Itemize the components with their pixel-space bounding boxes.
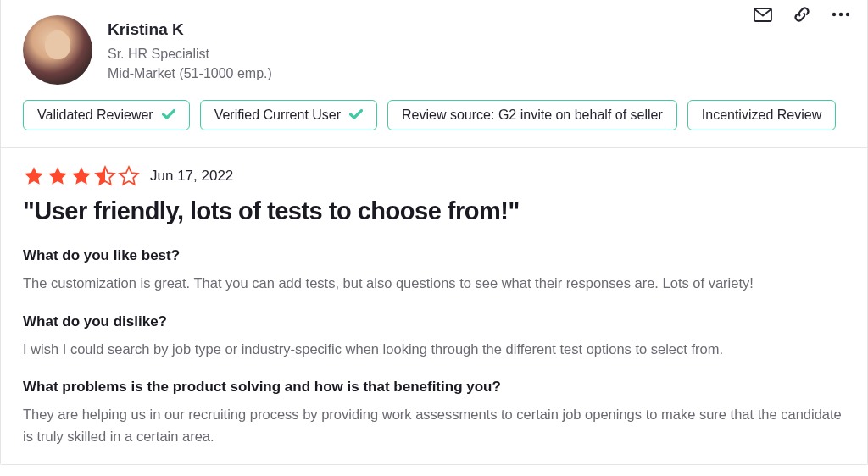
star-rating — [23, 165, 140, 187]
avatar[interactable] — [23, 15, 92, 85]
star-icon — [70, 165, 92, 187]
badge-row: Validated Reviewer Verified Current User… — [1, 91, 867, 147]
answer-text: They are helping us in our recruiting pr… — [23, 404, 845, 447]
svg-point-3 — [846, 13, 849, 16]
review-card: Kristina K Sr. HR Specialist Mid-Market … — [0, 0, 868, 465]
review-title: "User friendly, lots of tests to choose … — [23, 197, 845, 225]
badge-validated[interactable]: Validated Reviewer — [23, 100, 190, 130]
review-date: Jun 17, 2022 — [150, 168, 233, 185]
question-label: What do you like best? — [23, 247, 845, 264]
reviewer-name[interactable]: Kristina K — [108, 20, 845, 39]
star-icon — [118, 165, 140, 187]
answer-text: I wish I could search by job type or ind… — [23, 339, 845, 361]
badge-label: Review source: G2 invite on behalf of se… — [402, 108, 663, 123]
ellipsis-icon — [832, 12, 850, 17]
email-button[interactable] — [754, 5, 772, 24]
qa-problems: What problems is the product solving and… — [23, 379, 845, 447]
reviewer-info: Kristina K Sr. HR Specialist Mid-Market … — [108, 15, 845, 83]
qa-like-best: What do you like best? The customization… — [23, 247, 845, 295]
badge-label: Verified Current User — [214, 108, 341, 123]
reviewer-segment: Mid-Market (51-1000 emp.) — [108, 64, 845, 83]
rating-row: Jun 17, 2022 — [23, 165, 845, 187]
qa-dislike: What do you dislike? I wish I could sear… — [23, 313, 845, 361]
check-icon — [162, 108, 175, 123]
svg-point-1 — [832, 13, 836, 16]
mail-icon — [754, 8, 772, 22]
star-icon — [47, 165, 69, 187]
more-button[interactable] — [832, 5, 850, 24]
check-icon — [349, 108, 363, 123]
badge-label: Incentivized Review — [702, 108, 821, 123]
share-button[interactable] — [793, 5, 811, 24]
star-icon — [94, 165, 116, 187]
review-body: Jun 17, 2022 "User friendly, lots of tes… — [1, 148, 867, 464]
question-label: What do you dislike? — [23, 313, 845, 330]
reviewer-title: Sr. HR Specialist — [108, 44, 845, 64]
header-actions — [754, 5, 850, 24]
review-header: Kristina K Sr. HR Specialist Mid-Market … — [1, 0, 867, 91]
badge-incentivized[interactable]: Incentivized Review — [687, 100, 836, 130]
svg-point-2 — [839, 13, 843, 16]
star-icon — [23, 165, 45, 187]
badge-verified[interactable]: Verified Current User — [200, 100, 377, 130]
answer-text: The customization is great. That you can… — [23, 273, 845, 295]
link-icon — [793, 5, 811, 24]
question-label: What problems is the product solving and… — [23, 379, 845, 396]
badge-label: Validated Reviewer — [37, 108, 153, 123]
badge-source[interactable]: Review source: G2 invite on behalf of se… — [387, 100, 677, 130]
